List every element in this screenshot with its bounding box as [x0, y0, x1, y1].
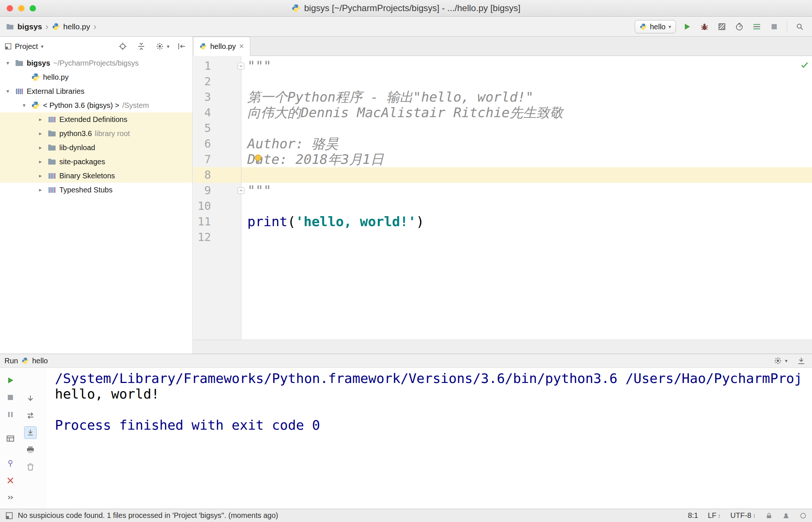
debug-button[interactable]	[698, 20, 711, 33]
tree-item-python3-6[interactable]: ▸python3.6library root	[0, 126, 192, 141]
project-panel-title[interactable]: Project	[15, 42, 38, 51]
close-window-button[interactable]	[7, 5, 13, 11]
code-text: """	[241, 58, 812, 74]
chevron-down-icon[interactable]: ▾	[4, 60, 12, 66]
encoding-widget[interactable]: UTF-8↕	[730, 511, 756, 520]
tree-item-external-libraries[interactable]: ▾External Libraries	[0, 84, 192, 98]
tree-item-extended-definitions[interactable]: ▸Extended Definitions	[0, 112, 192, 126]
caret-position-widget[interactable]: 8:1	[688, 511, 698, 520]
editor-line-7[interactable]: 7Date: 2018年3月1日	[193, 152, 812, 167]
line-separator-widget[interactable]: LF↕	[708, 511, 721, 520]
editor-tab-bar: hello.py ×	[193, 37, 812, 56]
tree-item-typeshed-stubs[interactable]: ▸Typeshed Stubs	[0, 183, 192, 197]
editor-tab-hello-py[interactable]: hello.py ×	[193, 37, 250, 56]
breadcrumb-separator-icon: ›	[46, 22, 49, 32]
dock-panel-button[interactable]	[795, 354, 808, 367]
close-tab-icon[interactable]: ×	[239, 42, 244, 50]
editor-line-10[interactable]: 10	[193, 198, 812, 214]
window-title: bigsys [~/PycharmProjects/bigsys] - .../…	[291, 3, 521, 13]
event-log-icon[interactable]	[799, 512, 807, 519]
clear-console-button[interactable]	[24, 460, 37, 473]
line-number: 10	[193, 198, 241, 214]
hector-inspector-icon[interactable]	[782, 512, 790, 519]
hide-panel-button[interactable]	[175, 40, 188, 53]
more-options-button[interactable]	[4, 491, 17, 504]
editor-line-6[interactable]: 6Author: 骆昊	[193, 136, 812, 152]
project-settings-button[interactable]	[154, 40, 166, 53]
editor-horizontal-scrollbar[interactable]	[193, 340, 812, 354]
run-with-coverage-button[interactable]	[716, 20, 728, 33]
console-settings-button[interactable]	[772, 354, 784, 367]
read-only-toggle-icon[interactable]	[765, 512, 773, 519]
fold-marker-end-icon[interactable]	[238, 187, 244, 194]
breadcrumb-project[interactable]: bigsys	[17, 22, 42, 31]
console-line: hello, world!	[55, 386, 812, 402]
editor-line-3[interactable]: 3第一个Python程序 - 输出"hello, world!"	[193, 89, 812, 105]
intention-bulb-icon[interactable]	[252, 153, 264, 164]
stop-button[interactable]	[768, 20, 780, 33]
editor-line-12[interactable]: 12	[193, 229, 812, 245]
chevron-right-icon[interactable]: ▸	[36, 130, 44, 137]
pin-tab-button[interactable]	[4, 457, 17, 470]
breadcrumb-file[interactable]: hello.py	[63, 22, 90, 31]
zoom-window-button[interactable]	[30, 5, 36, 11]
run-panel-title[interactable]: Run	[4, 357, 18, 365]
editor-line-11[interactable]: 11print('hello, world!')	[193, 214, 812, 229]
code-editor[interactable]: 1"""23第一个Python程序 - 输出"hello, world!"4向伟…	[193, 56, 812, 340]
toolwindow-toggle-icon[interactable]	[5, 512, 13, 520]
chevron-down-icon[interactable]: ▾	[41, 43, 43, 49]
concurrency-diagram-button[interactable]	[750, 20, 763, 33]
tree-item-site-packages[interactable]: ▸site-packages	[0, 155, 192, 169]
console-output[interactable]: /System/Library/Frameworks/Python.framew…	[47, 368, 812, 509]
editor-line-9[interactable]: 9"""	[193, 183, 812, 198]
line-number: 7	[193, 152, 241, 167]
profiler-button[interactable]	[733, 20, 746, 33]
chevron-right-icon[interactable]: ▸	[36, 116, 44, 123]
rerun-button[interactable]	[4, 374, 17, 387]
search-everywhere-button[interactable]	[793, 20, 806, 33]
editor-line-8[interactable]: 8	[193, 167, 812, 183]
editor-line-4[interactable]: 4向伟大的Dennis MacAlistair Ritchie先生致敬	[193, 105, 812, 120]
tree-item-python-3-6-bigsys[interactable]: ▾< Python 3.6 (bigsys) >/System	[0, 98, 192, 112]
scroll-to-end-button[interactable]	[24, 426, 37, 439]
chevron-down-icon[interactable]: ▾	[20, 102, 28, 109]
tree-item-lib-dynload[interactable]: ▸lib-dynload	[0, 141, 192, 155]
code-token: 向伟大的Dennis MacAlistair Ritchie先生致敬	[247, 105, 563, 120]
fold-marker-collapse-icon[interactable]	[238, 63, 244, 69]
chevron-right-icon[interactable]: ▸	[36, 186, 44, 193]
tree-item-bigsys[interactable]: ▾bigsys~/PycharmProjects/bigsys	[0, 56, 192, 70]
minimize-window-button[interactable]	[18, 5, 24, 11]
close-console-button[interactable]	[4, 474, 17, 487]
print-console-button[interactable]	[24, 443, 37, 456]
chevron-right-icon[interactable]: ▸	[36, 158, 44, 165]
editor-line-5[interactable]: 5	[193, 120, 812, 136]
editor-line-2[interactable]: 2	[193, 74, 812, 89]
run-button[interactable]	[681, 20, 693, 33]
tree-item-label: Typeshed Stubs	[59, 186, 112, 194]
run-panel-config-label[interactable]: hello	[32, 357, 48, 365]
stop-process-button[interactable]	[4, 391, 17, 404]
editor-line-1[interactable]: 1"""	[193, 58, 812, 74]
chevron-right-icon[interactable]: ▸	[36, 144, 44, 151]
collapse-all-button[interactable]	[135, 40, 148, 53]
run-configuration-select[interactable]: hello ▾	[635, 20, 676, 33]
tree-item-binary-skeletons[interactable]: ▸Binary Skeletons	[0, 169, 192, 183]
window-controls	[7, 5, 36, 11]
project-tool-window: Project ▾ ▾ ▾bigsys~/PycharmProjects/big…	[0, 37, 193, 354]
locate-file-button[interactable]	[116, 40, 129, 53]
console-toolbar	[0, 368, 47, 509]
inspections-ok-icon[interactable]	[800, 60, 809, 69]
chevron-right-icon[interactable]: ▸	[36, 172, 44, 179]
soft-wrap-button[interactable]	[24, 409, 37, 422]
line-number: 6	[193, 136, 241, 152]
tree-item-hello-py[interactable]: hello.py	[0, 70, 192, 84]
restore-layout-button[interactable]	[4, 433, 17, 445]
chevron-down-icon[interactable]: ▾	[4, 88, 12, 95]
tree-item-label: Binary Skeletons	[59, 172, 115, 180]
pause-output-button[interactable]	[4, 408, 17, 421]
code-text	[241, 198, 812, 214]
navigate-down-button[interactable]	[24, 392, 37, 405]
line-number: 4	[193, 105, 241, 120]
code-token: """	[247, 183, 271, 198]
project-toolwindow-icon	[4, 43, 12, 50]
